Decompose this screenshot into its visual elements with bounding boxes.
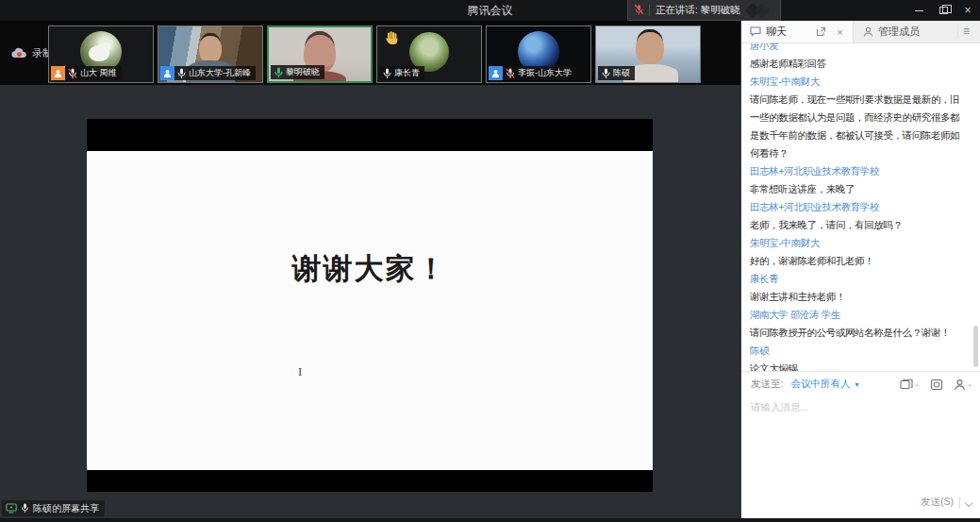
recording-cloud-icon [11,47,27,59]
members-person-icon [863,26,873,37]
message-sender: 湖南大学 邵沧涛 学生 [750,306,968,324]
mic-muted-icon [506,68,515,79]
mic-on-icon [602,68,610,79]
mic-on-icon [177,68,186,79]
image-tool-button[interactable] [930,379,943,391]
divider [959,497,960,509]
tab-chat-label: 聊天 [766,25,809,39]
screen-share-icon [6,503,17,514]
message-text: 论文大焖锅 [750,360,968,371]
participant-tile[interactable]: 山大 周维 [48,25,154,83]
restore-button[interactable] [931,0,955,21]
participant-name: 黎明破晓 [286,66,320,78]
chat-message-list[interactable]: 唐小发 感谢老师精彩回答 朱明宝-中南财大 请问陈老师，现在一些期刊要求数据是最… [741,43,975,371]
chevron-down-icon: ⌄ [914,380,920,388]
minimize-button[interactable] [906,0,931,21]
message-sender: 陈硕 [750,342,968,360]
text-cursor: I [298,366,302,378]
screen-share-badge: 陈硕的屏幕共享 [2,500,105,516]
participant-tile[interactable]: 李振-山东大学 [486,25,591,83]
tab-chat[interactable]: 聊天 × [741,21,854,42]
message-sender: 朱明宝-中南财大 [750,73,968,91]
close-button[interactable]: × [955,0,980,21]
mention-member-button[interactable]: ⌄ [954,379,972,391]
app-title: 腾讯会议 [0,0,980,21]
participant-label: 李振-山东大学 [489,66,576,80]
tencent-meeting-logo-icon [743,3,777,18]
chat-scrollbar[interactable] [973,326,978,367]
mic-speaking-icon [274,67,283,78]
participant-tiles: 山大 周维 [48,25,701,83]
slide-letterbox-top [87,119,653,151]
send-options-chevron-icon[interactable] [966,499,972,506]
chat-message: 田志林+河北职业技术教育学校 老师，我来晚了，请问，有回放吗？ [750,198,968,234]
message-text: 谢谢主讲和主持老师！ [750,288,968,306]
message-text: 请问陈老师，现在一些期刊要求数据是最新的，旧一些的数据都认为是问题，而经济史的研… [750,91,968,162]
speaking-label: 正在讲话: 黎明破晓 [656,4,740,17]
chat-message: 湖南大学 邵沧涛 学生 请问陈教授开的公号或网站名称是什么？谢谢！ [750,306,968,342]
participant-tile[interactable]: 陈硕 [595,25,701,83]
screen-share-label: 陈硕的屏幕共享 [33,502,99,515]
message-text: 好的，谢谢陈老师和孔老师！ [750,252,968,270]
divider [741,371,980,372]
role-badge-icon [489,66,503,80]
chat-panel: 聊天 × 管理成员 ≡ [740,21,980,518]
video-filmstrip: 录制中 [0,21,740,85]
meeting-window: 腾讯会议 正在讲话: 黎明破晓 × [0,0,980,522]
send-to-selector[interactable]: 会议中所有人 [790,378,850,391]
role-badge-icon [160,66,174,80]
participant-tile[interactable]: 山东大学-孔新峰 [158,25,263,83]
participant-tile[interactable]: 康长青 [376,25,482,83]
raised-hand-icon [385,30,400,45]
participant-name: 山大 周维 [80,67,117,79]
chat-bubble-icon [750,26,761,37]
tab-manage-members[interactable]: 管理成员 ≡ [854,21,980,42]
chat-message: 康长青 谢谢主讲和主持老师！ [750,270,968,306]
chat-message: 朱明宝-中南财大 请问陈老师，现在一些期刊要求数据是最新的，旧一些的数据都认为是… [750,73,968,162]
participant-label: 陈硕 [598,66,635,80]
participant-name: 李振-山东大学 [518,67,572,79]
mic-on-icon [383,68,391,79]
chat-menu-icon[interactable]: ≡ [957,25,974,39]
message-sender: 田志林+河北职业技术教育学校 [750,198,968,216]
message-sender: 康长青 [750,270,968,288]
divider [649,5,650,16]
message-sender: 唐小发 [750,43,968,55]
chat-message: 唐小发 感谢老师精彩回答 [750,43,968,73]
message-text: 请问陈教授开的公号或网站名称是什么？谢谢！ [750,324,968,342]
send-to-row: 发送至: 会议中所有人 ▾ ⌄ [741,373,980,396]
slide-title: 谢谢大家！ [87,249,653,289]
participant-name: 康长青 [394,67,420,79]
participant-tile[interactable]: 黎明破晓 [267,25,373,83]
tab-members-label: 管理成员 [878,25,953,39]
message-sender: 朱明宝-中南财大 [750,234,968,252]
screenshot-tool-button[interactable]: ⌄ [900,379,920,391]
chat-message-input[interactable] [741,397,980,416]
send-to-label: 发送至: [751,378,783,391]
message-text: 非常想听这讲座，来晚了 [750,180,968,198]
participant-name: 陈硕 [613,67,630,79]
slide-letterbox-bottom [87,470,653,492]
shared-screen-area: 谢谢大家！ I 陈硕的屏幕共享 [0,85,740,522]
window-bottom-edge [0,518,980,522]
message-sender: 田志林+河北职业技术教育学校 [750,162,968,180]
role-badge-icon [51,66,65,80]
message-text: 感谢老师精彩回答 [750,55,968,73]
chat-tab-bar: 聊天 × 管理成员 ≡ [741,21,980,43]
title-bar: 腾讯会议 正在讲话: 黎明破晓 × [0,0,980,21]
popout-icon[interactable] [814,25,828,39]
close-chat-icon[interactable]: × [833,25,847,39]
participant-name: 山东大学-孔新峰 [189,67,251,79]
participant-label: 山东大学-孔新峰 [160,66,256,80]
participant-label: 黎明破晓 [271,65,324,79]
chat-message: 陈硕 论文大焖锅 [750,342,968,371]
chevron-down-icon: ⌄ [967,380,972,388]
chat-message: 田志林+河北职业技术教育学校 非常想听这讲座，来晚了 [750,162,968,198]
send-button[interactable]: 发送(S) [921,496,954,509]
speaking-indicator: 正在讲话: 黎明破晓 [627,0,781,21]
muted-mic-icon [634,4,644,16]
chat-message: 朱明宝-中南财大 好的，谢谢陈老师和孔老师！ [750,234,968,270]
send-to-caret-icon[interactable]: ▾ [855,380,858,389]
participant-label: 康长青 [379,66,424,80]
badge-mic-icon [21,503,29,514]
